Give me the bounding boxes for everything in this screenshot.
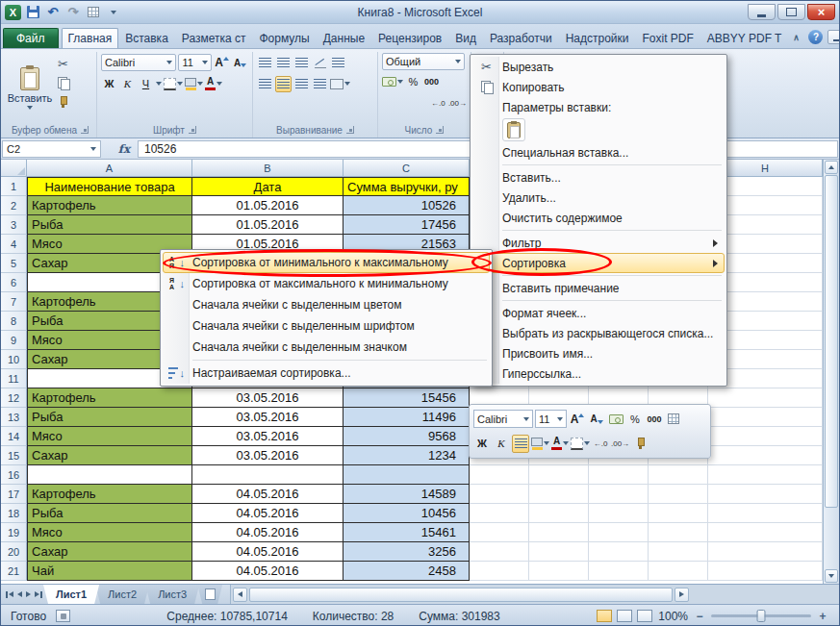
context-menu-item-17[interactable]: Выбрать из раскрывающегося списка...: [472, 323, 725, 343]
row-header-14[interactable]: 14: [1, 427, 27, 446]
normal-view-button[interactable]: [597, 610, 612, 622]
cell-H14[interactable]: [708, 427, 823, 446]
cell-C21[interactable]: 2458: [344, 562, 470, 581]
cell-A19[interactable]: Мясо: [27, 523, 192, 542]
cell-A13[interactable]: Рыба: [27, 408, 192, 427]
cell-E18[interactable]: [529, 504, 589, 523]
last-sheet-button[interactable]: [35, 591, 42, 598]
help-icon[interactable]: [808, 30, 823, 44]
qat-customize-button[interactable]: [105, 5, 122, 20]
align-center-button[interactable]: [275, 76, 292, 92]
cell-B17[interactable]: 04.05.2016: [192, 485, 344, 504]
cell-E16[interactable]: [529, 465, 589, 485]
row-header-9[interactable]: 9: [1, 331, 27, 350]
bold-button[interactable]: Ж: [473, 435, 491, 453]
column-header-A[interactable]: A: [27, 160, 192, 177]
cell-B19[interactable]: 04.05.2016: [192, 523, 344, 542]
italic-button[interactable]: К: [119, 76, 136, 92]
cell-H17[interactable]: [708, 485, 823, 504]
ribbon-tab-9[interactable]: Разработчи: [483, 28, 559, 48]
excel-logo-icon[interactable]: [5, 5, 21, 20]
zoom-slider-thumb[interactable]: [756, 610, 765, 622]
font-color-button[interactable]: [205, 76, 222, 92]
ribbon-tab-5[interactable]: Формулы: [253, 28, 317, 48]
dialog-launcher-icon[interactable]: [346, 126, 354, 134]
center-align-button[interactable]: [512, 435, 529, 453]
ribbon-tab-7[interactable]: Рецензиров: [371, 28, 448, 48]
paste-option-button[interactable]: [502, 118, 525, 141]
cell-A18[interactable]: Рыба: [27, 504, 192, 523]
macro-record-button[interactable]: [56, 610, 70, 622]
cell-A12[interactable]: Картофель: [27, 388, 192, 408]
zoom-in-button[interactable]: [816, 610, 829, 623]
shrink-font-button[interactable]: [232, 55, 248, 71]
ribbon-tab-3[interactable]: Вставка: [118, 28, 175, 48]
row-header-21[interactable]: 21: [1, 562, 27, 581]
cell-B20[interactable]: 04.05.2016: [192, 542, 344, 562]
cell-B13[interactable]: 03.05.2016: [192, 408, 344, 427]
percent-style-button[interactable]: %: [626, 410, 644, 428]
cell-A21[interactable]: Чай: [27, 562, 192, 581]
cell-A16[interactable]: [27, 465, 192, 485]
comma-style-button[interactable]: 000: [646, 410, 663, 428]
cell-G17[interactable]: [649, 485, 708, 504]
align-middle-button[interactable]: [275, 55, 292, 71]
row-header-20[interactable]: 20: [1, 542, 27, 562]
chevron-down-icon[interactable]: [156, 82, 162, 86]
page-break-view-button[interactable]: [637, 610, 652, 622]
cell-C13[interactable]: 11496: [344, 408, 470, 427]
cell-F19[interactable]: [589, 523, 649, 542]
borders-button[interactable]: [571, 435, 590, 453]
next-sheet-button[interactable]: [26, 591, 31, 597]
horizontal-scroll-thumb[interactable]: [249, 588, 672, 602]
row-header-8[interactable]: 8: [1, 312, 27, 331]
context-menu-item-12[interactable]: Сортировка: [472, 253, 725, 273]
cell-H20[interactable]: [708, 542, 823, 562]
sort-submenu-item-2[interactable]: Сортировка от максимального к минимально…: [163, 273, 490, 294]
ribbon-tab-4[interactable]: Разметка ст: [175, 28, 253, 48]
redo-button[interactable]: [64, 5, 82, 20]
underline-button[interactable]: Ч: [138, 76, 154, 92]
cell-B1[interactable]: Дата: [192, 177, 344, 196]
row-header-7[interactable]: 7: [1, 292, 27, 312]
wrap-text-button[interactable]: [330, 55, 346, 71]
sort-submenu-item-4[interactable]: Сначала ячейки с выделенным шрифтом: [163, 315, 490, 337]
close-button[interactable]: [807, 4, 835, 20]
cell-E21[interactable]: [529, 562, 589, 581]
decrease-decimal-button[interactable]: [448, 95, 467, 112]
cell-F17[interactable]: [589, 485, 649, 504]
cell-G16[interactable]: [649, 465, 708, 485]
cell-H21[interactable]: [708, 562, 823, 581]
save-button[interactable]: [24, 5, 41, 20]
align-bottom-button[interactable]: [293, 55, 310, 71]
row-header-17[interactable]: 17: [1, 485, 27, 504]
cell-H12[interactable]: [708, 388, 823, 408]
cell-F16[interactable]: [589, 465, 649, 485]
vertical-scroll-thumb[interactable]: [825, 175, 838, 508]
cell-C2[interactable]: 10526: [344, 196, 470, 215]
row-header-11[interactable]: 11: [1, 369, 27, 388]
first-sheet-button[interactable]: [6, 591, 13, 598]
row-header-5[interactable]: 5: [1, 254, 27, 273]
cell-E17[interactable]: [529, 485, 589, 504]
insert-function-button[interactable]: fx: [111, 140, 138, 158]
context-menu-item-9[interactable]: Очистить содержимое: [472, 208, 725, 228]
cell-D16[interactable]: [470, 465, 529, 485]
row-header-16[interactable]: 16: [1, 465, 27, 485]
percent-style-button[interactable]: %: [405, 74, 421, 90]
row-header-2[interactable]: 2: [1, 196, 27, 215]
row-header-15[interactable]: 15: [1, 446, 27, 465]
maximize-button[interactable]: [777, 4, 805, 20]
context-menu-item-11[interactable]: Фильтр: [472, 233, 725, 253]
sort-submenu-item-1[interactable]: Сортировка от минимального к максимально…: [163, 252, 490, 273]
mini-font-size-select[interactable]: 11: [535, 410, 567, 428]
ribbon-tab-10[interactable]: Надстройки: [559, 28, 636, 48]
scroll-up-button[interactable]: [825, 161, 838, 174]
cell-E19[interactable]: [529, 523, 589, 542]
comma-style-button[interactable]: 000: [423, 74, 440, 90]
accounting-format-button[interactable]: [382, 74, 403, 90]
dialog-launcher-icon[interactable]: [436, 126, 444, 134]
row-header-6[interactable]: 6: [1, 273, 27, 292]
cell-C12[interactable]: 15456: [344, 388, 470, 408]
cell-B15[interactable]: 03.05.2016: [192, 446, 344, 465]
